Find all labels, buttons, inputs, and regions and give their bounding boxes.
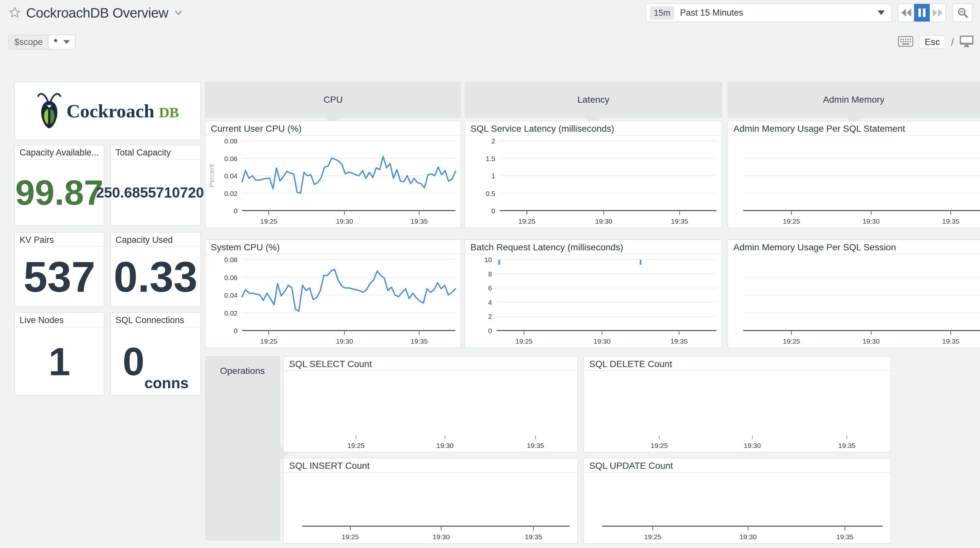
- svg-text:1: 1: [491, 172, 495, 179]
- shortcut-hints: Esc /: [898, 34, 974, 50]
- group-label: Admin Memory: [823, 95, 885, 105]
- group-header-latency[interactable]: Latency: [465, 81, 722, 118]
- chart-plot-sql-service-latency[interactable]: 00.511.5219:2519:3019:35: [465, 136, 722, 227]
- chart-card-sql-update-count: SQL UPDATE Count 19:2519:3019:35: [583, 458, 891, 544]
- fullscreen-monitor-icon[interactable]: [959, 35, 974, 49]
- svg-text:Percent: Percent: [208, 164, 215, 188]
- svg-text:0: 0: [491, 207, 495, 214]
- svg-text:10: 10: [484, 256, 492, 264]
- svg-text:0.06: 0.06: [224, 274, 237, 281]
- svg-text:19:35: 19:35: [838, 442, 856, 449]
- svg-text:1.5: 1.5: [486, 155, 495, 162]
- svg-text:19:25: 19:25: [342, 533, 359, 540]
- stat-value: 0.33: [114, 256, 198, 299]
- chart-card-admin-memory-statement: Admin Memory Usage Per SQL Statement 19:…: [727, 121, 980, 228]
- stat-title: Total Capacity: [111, 145, 200, 160]
- stat-card-total-capacity[interactable]: Total Capacity 250.6855710720GB: [110, 145, 201, 226]
- stat-title: SQL Connections: [111, 313, 200, 327]
- stat-card-sql-connections[interactable]: SQL Connections 0conns: [110, 312, 201, 396]
- chart-plot-admin-memory-session[interactable]: 19:2519:3019:35: [728, 255, 980, 348]
- svg-text:19:35: 19:35: [942, 218, 959, 225]
- favorite-star-icon[interactable]: [8, 6, 21, 20]
- title-dropdown-chevron-icon[interactable]: [173, 8, 183, 19]
- svg-text:19:25: 19:25: [260, 218, 277, 225]
- zoom-out-button[interactable]: [953, 3, 973, 22]
- scope-variable-value[interactable]: *: [49, 35, 75, 49]
- playback-controls: [898, 3, 946, 22]
- time-range-selector[interactable]: 15m Past 15 Minutes: [645, 3, 892, 22]
- logo-word: Cockroach: [67, 100, 154, 122]
- svg-text:19:25: 19:25: [783, 218, 800, 225]
- svg-text:0: 0: [488, 327, 492, 335]
- svg-text:2: 2: [491, 137, 495, 145]
- time-range-label: Past 15 Minutes: [680, 8, 878, 18]
- chart-title: System CPU (%): [205, 240, 461, 254]
- svg-text:4: 4: [488, 299, 492, 306]
- chart-card-current-user-cpu: Current User CPU (%) 00.020.040.060.0819…: [205, 121, 461, 228]
- group-label: Operations: [220, 366, 265, 376]
- stat-card-live-nodes[interactable]: Live Nodes 1: [14, 312, 104, 396]
- svg-text:19:25: 19:25: [644, 533, 662, 540]
- group-header-operations[interactable]: Operations: [205, 356, 280, 540]
- chart-plot-sql-insert-count[interactable]: 19:2519:3019:35: [284, 473, 578, 543]
- svg-text:0.02: 0.02: [224, 190, 237, 197]
- chart-plot-sql-select-count[interactable]: 19:2519:3019:35: [284, 372, 578, 452]
- svg-text:2: 2: [488, 313, 492, 320]
- stat-card-kv-pairs[interactable]: KV Pairs 537: [14, 232, 104, 307]
- chart-plot-sql-delete-count[interactable]: 19:2519:3019:35: [584, 372, 891, 452]
- cockroachdb-bug-icon: [37, 90, 62, 131]
- rewind-button[interactable]: [899, 4, 914, 22]
- chart-title: SQL Service Latency (milliseconds): [465, 121, 722, 136]
- template-variable-scope[interactable]: $scope *: [8, 35, 76, 49]
- stat-value: 99.87: [15, 175, 103, 210]
- time-range-caret-icon: [878, 10, 885, 15]
- pause-icon: [918, 8, 926, 17]
- scope-variable-name: $scope: [9, 35, 49, 49]
- svg-text:19:35: 19:35: [411, 337, 428, 345]
- svg-text:19:30: 19:30: [336, 218, 353, 225]
- scope-caret-icon: [63, 40, 70, 44]
- chart-card-system-cpu: System CPU (%) 00.020.040.060.0819:2519:…: [205, 239, 461, 348]
- chart-card-admin-memory-session: Admin Memory Usage Per SQL Session 19:25…: [727, 239, 980, 348]
- svg-text:8: 8: [488, 270, 492, 278]
- stat-card-capacity-used[interactable]: Capacity Used 0.33: [110, 232, 201, 307]
- stat-card-capacity-available[interactable]: Capacity Available... 99.87: [14, 145, 104, 226]
- svg-text:0.04: 0.04: [224, 172, 237, 179]
- keyboard-icon[interactable]: [898, 36, 913, 48]
- stat-unit: conns: [145, 376, 189, 391]
- stat-value: 1: [49, 342, 70, 381]
- svg-text:0.08: 0.08: [224, 137, 237, 145]
- fast-forward-button[interactable]: [930, 4, 945, 22]
- svg-text:19:30: 19:30: [862, 337, 880, 345]
- svg-text:19:25: 19:25: [515, 337, 533, 345]
- svg-text:19:30: 19:30: [336, 337, 353, 345]
- chart-plot-admin-memory-statement[interactable]: 19:2519:3019:35: [728, 136, 980, 227]
- chart-card-sql-service-latency: SQL Service Latency (milliseconds) 00.51…: [465, 121, 722, 228]
- fast-forward-icon: [932, 8, 943, 17]
- chart-plot-batch-request-latency[interactable]: 024681019:2519:3019:35: [465, 255, 722, 348]
- dashboard-page: CockroachDB Overview 15m Past 15 Minutes…: [0, 0, 980, 548]
- chart-plot-current-user-cpu[interactable]: 00.020.040.060.0819:2519:3019:35Percent: [205, 136, 461, 227]
- svg-text:0.04: 0.04: [224, 291, 237, 299]
- chart-title: SQL UPDATE Count: [584, 458, 891, 473]
- chart-title: SQL DELETE Count: [584, 357, 891, 371]
- time-range-badge: 15m: [650, 6, 675, 19]
- chart-plot-system-cpu[interactable]: 00.020.040.060.0819:2519:3019:35: [205, 255, 461, 348]
- dashboard-header: CockroachDB Overview: [8, 4, 183, 22]
- group-header-cpu[interactable]: CPU: [205, 81, 461, 118]
- svg-text:19:30: 19:30: [744, 442, 761, 449]
- chart-card-batch-request-latency: Batch Request Latency (milliseconds) 024…: [465, 239, 722, 348]
- svg-text:0: 0: [234, 327, 237, 335]
- chart-plot-sql-update-count[interactable]: 19:2519:3019:35: [584, 473, 891, 543]
- svg-text:19:30: 19:30: [436, 442, 454, 449]
- svg-text:0.5: 0.5: [486, 190, 495, 197]
- esc-key-hint[interactable]: Esc: [919, 35, 946, 49]
- group-header-admin-memory[interactable]: Admin Memory: [727, 81, 980, 118]
- pause-button[interactable]: [914, 4, 930, 22]
- svg-text:19:35: 19:35: [671, 218, 688, 225]
- svg-text:19:25: 19:25: [260, 337, 277, 345]
- svg-text:19:30: 19:30: [740, 533, 757, 540]
- rewind-icon: [901, 8, 912, 17]
- stat-value: 537: [24, 256, 95, 299]
- scope-value-text: *: [54, 37, 57, 47]
